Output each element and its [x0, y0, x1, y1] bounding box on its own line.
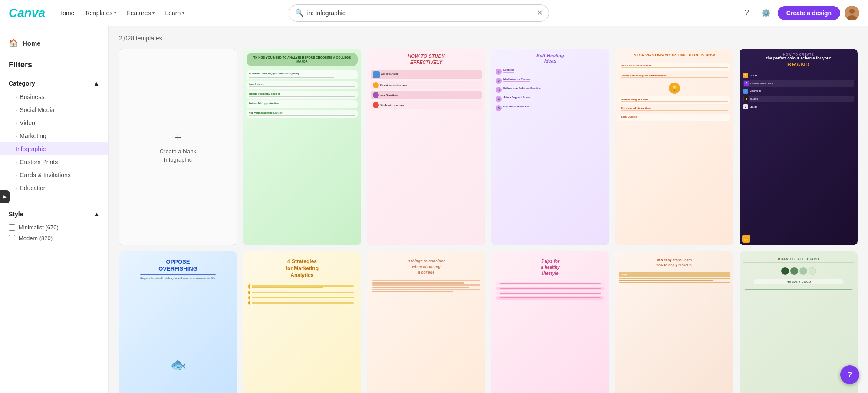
template-card[interactable]: THINGS YOU NEED TO ANALYZE BEFORE CHOOSI…: [243, 49, 361, 245]
template-card[interactable]: OPPOSEOVERFISHING Help our fisheries flo…: [119, 251, 237, 393]
template-preview: Self-HealingIdeas 1 Exercise 2 Meditatio…: [491, 49, 609, 245]
chevron-right-icon: ›: [16, 95, 17, 99]
avatar[interactable]: [845, 6, 859, 20]
chevron-right-icon: ›: [16, 121, 17, 125]
chevron-down-icon: ▾: [114, 10, 116, 15]
template-preview: HOW TO STUDYEFFECTIVELY Get organized Pa…: [367, 49, 485, 245]
chevron-down-icon: ▾: [152, 10, 155, 15]
chevron-right-icon: ›: [16, 173, 17, 178]
nav-templates[interactable]: Templates ▾: [80, 7, 121, 19]
sidebar-item-custom-prints[interactable]: › Custom Prints: [0, 155, 108, 168]
plus-icon: +: [174, 130, 181, 144]
nav-right-actions: ? ⚙️ Create a design: [740, 6, 859, 20]
template-card[interactable]: BRAND STYLE BOARD PRIMARY LOGO: [740, 251, 858, 393]
template-grid-row1: + Create a blankInfographic THINGS YOU N…: [119, 49, 858, 245]
template-preview: HOW TO CREATE the perfect colour scheme …: [740, 49, 858, 245]
nav-learn[interactable]: Learn ▾: [161, 7, 189, 19]
sidebar-item-infographic[interactable]: Infographic: [0, 142, 108, 155]
template-card[interactable]: HOW TO STUDYEFFECTIVELY Get organized Pa…: [367, 49, 485, 245]
page-layout: 🏠 Home Filters Category ▲ › Business › S…: [0, 26, 868, 393]
template-preview: OPPOSEOVERFISHING Help our fisheries flo…: [119, 251, 237, 393]
sidebar-home[interactable]: 🏠 Home: [0, 35, 108, 51]
chevron-right-icon: ›: [16, 160, 17, 165]
main-content: 2,028 templates + Create a blankInfograp…: [108, 26, 868, 393]
chevron-up-icon: ▲: [94, 211, 99, 217]
nav-features[interactable]: Features ▾: [122, 7, 159, 19]
sidebar-item-social-media[interactable]: › Social Media: [0, 103, 108, 116]
search-bar: 🔍 ✕: [289, 4, 549, 22]
create-blank-label: Create a blankInfographic: [160, 148, 197, 163]
home-icon: 🏠: [9, 38, 18, 48]
template-preview: THINGS YOU NEED TO ANALYZE BEFORE CHOOSI…: [243, 49, 361, 245]
video-sidebar-button[interactable]: ▶: [0, 190, 10, 203]
template-preview: 8 things to considerwhen choosinga colle…: [367, 251, 485, 393]
sidebar-item-video[interactable]: › Video: [0, 116, 108, 129]
premium-crown-badge: 👑: [742, 235, 750, 243]
template-count: 2,028 templates: [119, 35, 858, 42]
chevron-down-icon: ▾: [182, 10, 184, 15]
sidebar-divider: [0, 55, 108, 55]
template-preview: 5 tips fora healthylifestyle: [491, 251, 609, 393]
help-button[interactable]: ?: [840, 365, 859, 384]
template-preview: BRAND STYLE BOARD PRIMARY LOGO: [740, 251, 858, 393]
template-card[interactable]: 8 things to considerwhen choosinga colle…: [367, 251, 485, 393]
template-card[interactable]: Self-HealingIdeas 1 Exercise 2 Meditatio…: [491, 49, 609, 245]
clear-search-button[interactable]: ✕: [537, 9, 542, 17]
help-icon-button[interactable]: ?: [740, 6, 754, 20]
template-preview: 4 Strategiesfor MarketingAnalytics: [243, 251, 361, 393]
template-card[interactable]: STOP WASTING YOUR TIME: HERE IS HOW Be a…: [615, 49, 733, 245]
settings-button[interactable]: ⚙️: [759, 6, 773, 20]
nav-links: Home Templates ▾ Features ▾ Learn ▾: [54, 7, 189, 19]
search-icon: 🔍: [295, 9, 304, 17]
sidebar: 🏠 Home Filters Category ▲ › Business › S…: [0, 26, 108, 393]
template-grid-row2: OPPOSEOVERFISHING Help our fisheries flo…: [119, 251, 858, 393]
modern-checkbox[interactable]: [9, 235, 15, 241]
chevron-up-icon: ▲: [93, 80, 99, 87]
style-divider: [0, 198, 108, 198]
minimalist-checkbox[interactable]: [9, 224, 15, 231]
svg-point-1: [849, 9, 855, 14]
nav-home[interactable]: Home: [54, 7, 79, 19]
chevron-right-icon: ›: [16, 108, 17, 112]
chevron-right-icon: ›: [16, 186, 17, 191]
sidebar-item-business[interactable]: › Business: [0, 90, 108, 103]
template-card[interactable]: 4 Strategiesfor MarketingAnalytics: [243, 251, 361, 393]
template-card[interactable]: In 5 easy steps, learnhow to apply makeu…: [615, 251, 733, 393]
template-card[interactable]: 5 tips fora healthylifestyle: [491, 251, 609, 393]
search-input[interactable]: [307, 10, 533, 17]
template-preview: STOP WASTING YOUR TIME: HERE IS HOW Be a…: [615, 49, 733, 245]
filters-title: Filters: [0, 59, 108, 76]
top-navigation: Canva Home Templates ▾ Features ▾ Learn …: [0, 0, 868, 26]
sidebar-item-marketing[interactable]: › Marketing: [0, 129, 108, 142]
chevron-right-icon: ›: [16, 134, 17, 139]
style-filter-section: Style ▲ Minimalist (670) Modern (820): [0, 207, 108, 247]
create-design-button[interactable]: Create a design: [778, 6, 840, 20]
template-preview: In 5 easy steps, learnhow to apply makeu…: [615, 251, 733, 393]
category-header[interactable]: Category ▲: [0, 76, 108, 90]
sidebar-item-cards-invitations[interactable]: › Cards & Invitations: [0, 168, 108, 182]
create-blank-card[interactable]: + Create a blankInfographic: [119, 49, 237, 245]
style-modern[interactable]: Modern (820): [9, 233, 99, 244]
style-title[interactable]: Style ▲: [9, 211, 99, 218]
canva-logo[interactable]: Canva: [9, 6, 45, 20]
sidebar-item-education[interactable]: › Education: [0, 182, 108, 195]
style-minimalist[interactable]: Minimalist (670): [9, 222, 99, 233]
template-card[interactable]: HOW TO CREATE the perfect colour scheme …: [740, 49, 858, 245]
